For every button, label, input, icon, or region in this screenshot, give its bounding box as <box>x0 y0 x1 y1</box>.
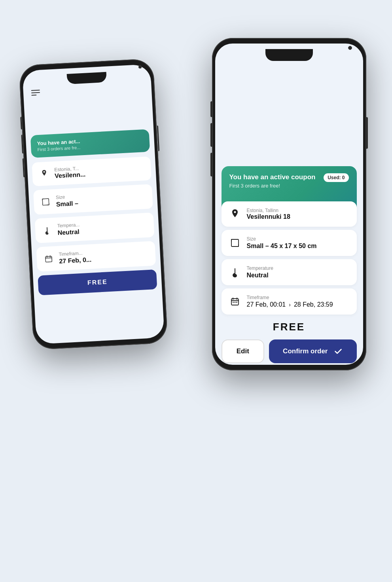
back-size-card: Size Small – <box>33 184 153 215</box>
used-badge: Used: 0 <box>324 173 348 182</box>
front-notch <box>265 49 313 61</box>
temp-value: Neutral <box>247 272 273 279</box>
timeframe-label: Timeframe <box>247 295 333 300</box>
coupon-subtitle: First 3 orders are free! <box>229 183 316 189</box>
action-buttons: Edit Confirm order <box>222 339 357 363</box>
back-address-card: Estonia, T... Vesilenn... <box>32 156 151 186</box>
back-timeframe-card: Timefram... 27 Feb, 0... <box>36 241 156 272</box>
timeframe-value: 27 Feb, 00:01 › 28 Feb, 23:59 <box>247 301 333 308</box>
back-free-badge: FREE <box>38 269 157 295</box>
timeframe-to: 28 Feb, 23:59 <box>294 301 333 308</box>
size-prefix: Small <box>247 243 264 249</box>
price-display: FREE <box>215 315 363 336</box>
confirm-order-button[interactable]: Confirm order <box>269 339 356 363</box>
back-timeframe-label: Timefram... <box>59 250 91 257</box>
timeframe-text: Timeframe 27 Feb, 00:01 › 28 Feb, 23:59 <box>247 295 333 308</box>
location-icon <box>38 168 50 179</box>
timeframe-card: Timeframe 27 Feb, 00:01 › 28 Feb, 23:59 <box>222 288 357 315</box>
back-temp-text: Tempera... Neutral <box>57 222 80 236</box>
temperature-card: Temperature Neutral <box>222 259 357 285</box>
size-value: Small – 45 x 17 x 50 cm <box>247 243 317 250</box>
edit-button[interactable]: Edit <box>222 339 265 363</box>
address-text: Estonia, Tallinn Vesilennuki 18 <box>247 208 290 220</box>
size-suffix: x 50 cm <box>294 243 317 249</box>
address-card: Estonia, Tallinn Vesilennuki 18 <box>222 201 357 227</box>
back-coupon-banner: You have an act... First 3 orders are fr… <box>30 129 150 158</box>
timeframe-from: 27 Feb, 00:01 <box>247 301 286 308</box>
calendar-icon <box>229 296 241 307</box>
thermometer-icon <box>229 267 241 278</box>
confirm-label: Confirm order <box>283 347 328 355</box>
svg-rect-5 <box>234 302 235 303</box>
scene: You have an act... First 3 orders are fr… <box>18 14 374 568</box>
address-street: Vesilennuki 18 <box>247 213 290 220</box>
temp-label: Temperature <box>247 265 273 271</box>
svg-rect-4 <box>233 302 234 303</box>
back-timeframe-value: 27 Feb, 0... <box>59 256 91 265</box>
back-timeframe-text: Timefram... 27 Feb, 0... <box>59 250 91 265</box>
back-size-label: Size <box>55 193 78 200</box>
cards-container: Estonia, Tallinn Vesilennuki 18 <box>222 201 357 315</box>
temperature-icon <box>41 224 53 236</box>
size-icon <box>229 237 241 248</box>
coupon-title: You have an active coupon <box>229 173 316 181</box>
size-card: Size Small – 45 x 17 x 50 cm <box>222 230 357 256</box>
back-size-value: Small – <box>56 200 78 208</box>
back-address-text: Estonia, T... Vesilenn... <box>54 165 85 179</box>
timeframe-arrow: › <box>289 301 291 308</box>
size-bold: 17 <box>285 243 292 249</box>
coupon-text: You have an active coupon First 3 orders… <box>229 173 316 189</box>
back-temp-label: Tempera... <box>57 222 80 228</box>
back-temp-value: Neutral <box>57 228 80 236</box>
phone-front: You have an active coupon First 3 orders… <box>212 38 366 370</box>
temp-text: Temperature Neutral <box>247 265 273 279</box>
back-temp-card: Tempera... Neutral <box>34 212 154 243</box>
size-text: Size Small – 45 x 17 x 50 cm <box>247 236 317 250</box>
svg-rect-1 <box>45 256 52 262</box>
size-label: Size <box>247 236 317 242</box>
svg-rect-0 <box>42 198 49 205</box>
back-notch <box>66 72 106 84</box>
size-dims: – 45 x <box>265 243 283 249</box>
location-icon <box>229 209 241 220</box>
back-header <box>22 64 152 104</box>
checkmark-icon <box>334 347 343 356</box>
svg-rect-2 <box>231 239 239 246</box>
calendar-icon-back <box>43 253 54 264</box>
phone-back: You have an act... First 3 orders are fr… <box>19 58 168 350</box>
back-address-value: Vesilenn... <box>54 171 85 179</box>
address-country: Estonia, Tallinn <box>247 208 290 213</box>
hamburger-icon[interactable] <box>31 89 40 95</box>
svg-rect-6 <box>236 302 237 303</box>
back-size-text: Size Small – <box>55 193 78 208</box>
size-icon <box>40 196 51 207</box>
